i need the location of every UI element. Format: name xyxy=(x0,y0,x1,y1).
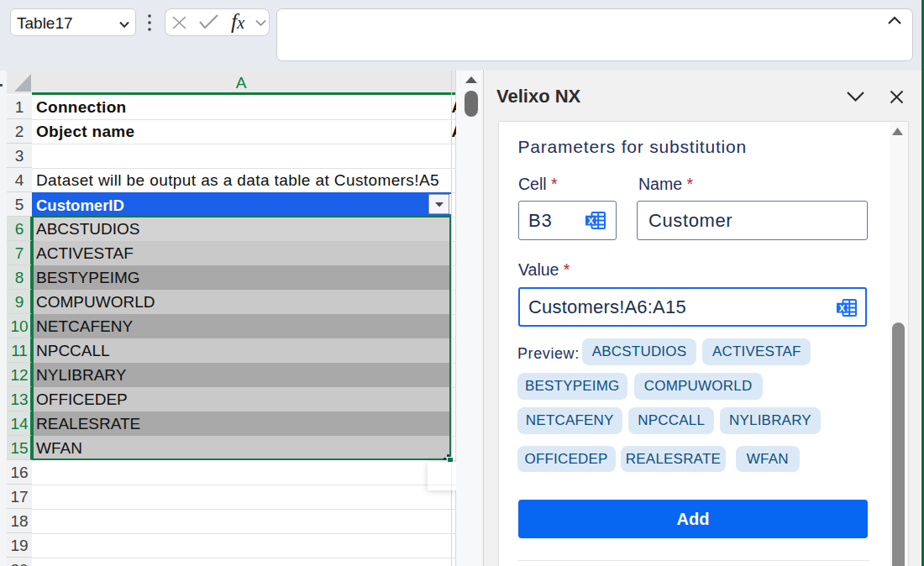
svg-text:X: X xyxy=(839,303,846,313)
svg-text:X: X xyxy=(588,216,595,226)
